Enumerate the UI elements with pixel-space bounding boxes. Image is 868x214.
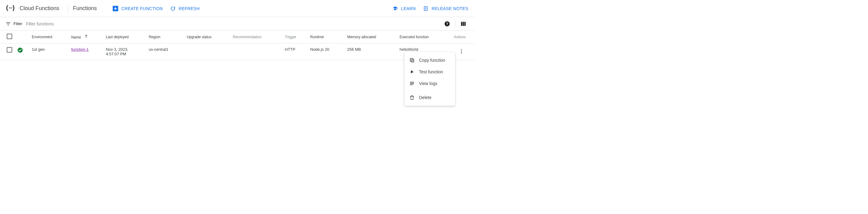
refresh-button[interactable]: Refresh: [166, 3, 204, 14]
cell-upgrade-status: [184, 44, 230, 60]
svg-point-1: [9, 8, 10, 8]
refresh-icon: [170, 6, 176, 11]
cell-region: us-central1: [146, 44, 184, 60]
functions-table: Environment Name Last deployed Region Up…: [0, 31, 474, 60]
cell-recommendation: [230, 44, 282, 60]
filter-bar: Filter ?: [0, 17, 474, 31]
help-icon[interactable]: ?: [442, 18, 453, 29]
document-icon: [423, 6, 429, 11]
cell-memory: 256 MB: [345, 44, 397, 60]
row-actions-button[interactable]: [457, 47, 466, 56]
col-region[interactable]: Region: [146, 31, 184, 44]
copy-icon: [409, 57, 416, 60]
learn-label: Learn: [401, 6, 416, 11]
menu-copy-label: Copy function: [419, 58, 445, 60]
col-runtime[interactable]: Runtime: [308, 31, 345, 44]
cell-trigger: HTTP: [282, 44, 308, 60]
release-notes-label: Release notes: [432, 6, 468, 11]
columns-icon[interactable]: [458, 18, 469, 29]
svg-rect-16: [411, 59, 414, 60]
col-environment[interactable]: Environment: [29, 31, 69, 44]
create-function-button[interactable]: Create function: [109, 3, 166, 14]
row-checkbox[interactable]: [7, 47, 12, 53]
page-title: Functions: [73, 5, 109, 11]
svg-rect-11: [464, 22, 465, 26]
svg-text:?: ?: [446, 22, 448, 26]
filter-icon: [5, 21, 11, 27]
more-vert-icon: [459, 49, 464, 54]
row-actions-menu: Copy function Test function View logs De…: [404, 52, 455, 60]
svg-point-3: [11, 8, 12, 8]
col-executed-fn[interactable]: Executed function: [397, 31, 450, 44]
filter-input[interactable]: [26, 21, 442, 26]
select-all-checkbox[interactable]: [7, 34, 12, 39]
col-name-label: Name: [71, 35, 81, 39]
svg-text:): ): [12, 5, 15, 11]
cell-environment: 1st gen: [29, 44, 69, 60]
brand: ( ) Cloud Functions: [2, 5, 63, 12]
release-notes-button[interactable]: Release notes: [419, 3, 472, 14]
top-bar: ( ) Cloud Functions Functions Create fun…: [0, 0, 474, 17]
cell-last-deployed-date: Nov 3, 2023,: [106, 47, 144, 52]
cell-runtime: Node.js 20: [308, 44, 345, 60]
function-name-link[interactable]: function-1: [71, 47, 89, 52]
cell-last-deployed: Nov 3, 2023, 4:57:07 PM: [103, 44, 146, 60]
col-recommendation[interactable]: Recommendation: [230, 31, 282, 44]
svg-rect-10: [463, 22, 464, 26]
graduation-cap-icon: [393, 6, 398, 11]
cloud-functions-icon: ( ): [6, 5, 15, 12]
filter-label: Filter: [13, 21, 22, 26]
product-title: Cloud Functions: [20, 5, 59, 11]
refresh-label: Refresh: [179, 6, 200, 11]
svg-point-13: [461, 49, 462, 50]
col-trigger[interactable]: Trigger: [282, 31, 308, 44]
menu-copy-function[interactable]: Copy function: [404, 54, 455, 60]
learn-button[interactable]: Learn: [389, 3, 419, 14]
divider: [68, 4, 68, 13]
svg-point-15: [461, 53, 462, 53]
plus-box-icon: [113, 6, 118, 11]
cell-last-deployed-time: 4:57:07 PM: [106, 52, 144, 56]
create-function-label: Create function: [121, 6, 163, 11]
svg-point-2: [10, 8, 11, 8]
status-ok-icon: [17, 47, 23, 53]
svg-point-14: [461, 51, 462, 52]
col-last-deployed[interactable]: Last deployed: [103, 31, 146, 44]
col-name[interactable]: Name: [69, 31, 103, 44]
svg-text:(: (: [6, 5, 8, 11]
col-actions: Actions: [450, 31, 474, 44]
col-upgrade-status[interactable]: Upgrade status: [184, 31, 230, 44]
col-memory[interactable]: Memory allocated: [345, 31, 397, 44]
table-row: 1st gen function-1 Nov 3, 2023, 4:57:07 …: [0, 44, 474, 60]
svg-rect-9: [461, 22, 462, 26]
sort-arrow-up-icon: [84, 34, 88, 38]
